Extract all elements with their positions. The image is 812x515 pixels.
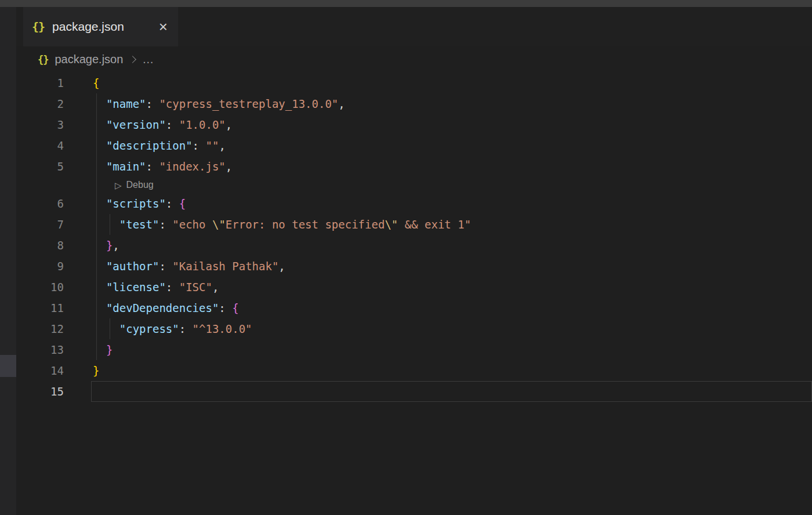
code-text: "license": "ISC", [93, 277, 812, 298]
code-text: "test": "echo \"Error: no test specified… [93, 214, 812, 235]
code-line[interactable]: 3 "version": "1.0.0", [16, 114, 812, 135]
line-number[interactable]: 3 [16, 114, 64, 135]
line-number[interactable]: 13 [16, 339, 64, 360]
line-number[interactable]: 14 [16, 360, 64, 381]
code-text: } [93, 339, 812, 360]
json-braces-icon: {} [32, 20, 45, 34]
code-line[interactable]: 14} [16, 360, 812, 381]
code-text: } [93, 360, 812, 381]
line-number[interactable]: 8 [16, 235, 64, 256]
code-line[interactable]: 2 "name": "cypress_testreplay_13.0.0", [16, 93, 812, 114]
line-number[interactable]: 6 [16, 193, 64, 214]
code-text: { [93, 72, 812, 93]
codelens-label: Debug [126, 180, 154, 190]
json-braces-icon: {} [38, 54, 48, 66]
code-text: "devDependencies": { [93, 298, 812, 318]
sidebar-edge[interactable] [0, 7, 16, 515]
line-number[interactable]: 12 [16, 318, 64, 339]
code-line[interactable]: 1{ [16, 72, 812, 93]
breadcrumb-file[interactable]: package.json [55, 53, 123, 66]
code-text: }, [93, 235, 812, 256]
line-number[interactable]: 7 [16, 214, 64, 235]
line-number[interactable]: 2 [16, 93, 64, 114]
code-lines: 1{2 "name": "cypress_testreplay_13.0.0",… [16, 72, 812, 402]
code-line[interactable]: 15 [16, 381, 812, 402]
tab-bar: {} package.json × [16, 7, 812, 46]
code-line[interactable]: 12 "cypress": "^13.0.0" [16, 318, 812, 339]
code-line[interactable]: 7 "test": "echo \"Error: no test specifi… [16, 214, 812, 235]
line-number[interactable]: 11 [16, 298, 64, 318]
tab-package-json[interactable]: {} package.json × [23, 7, 178, 46]
code-text: "main": "index.js", [93, 156, 812, 177]
code-area: 1{2 "name": "cypress_testreplay_13.0.0",… [16, 72, 812, 402]
code-text: "name": "cypress_testreplay_13.0.0", [93, 93, 812, 114]
code-text: "author": "Kailash Pathak", [93, 256, 812, 277]
code-line[interactable]: 11 "devDependencies": { [16, 298, 812, 318]
tab-label: package.json [52, 20, 124, 34]
sidebar-scroll-indicator [0, 355, 16, 377]
code-text: "version": "1.0.0", [93, 114, 812, 135]
code-line[interactable]: 4 "description": "", [16, 135, 812, 156]
line-number[interactable]: 5 [16, 156, 64, 177]
breadcrumb: {} package.json … [16, 46, 812, 72]
editor-group: {} package.json × {} package.json … 1{2 … [16, 7, 812, 515]
code-text: "cypress": "^13.0.0" [93, 318, 812, 339]
tab-close-icon[interactable]: × [159, 19, 168, 34]
play-icon: ▷ [115, 181, 122, 190]
code-text: "scripts": { [93, 193, 812, 214]
code-line[interactable]: 9 "author": "Kailash Pathak", [16, 256, 812, 277]
code-line[interactable]: 6 "scripts": { [16, 193, 812, 214]
line-number[interactable]: 1 [16, 72, 64, 93]
code-text: "description": "", [93, 135, 812, 156]
codelens-row: ▷Debug [16, 177, 812, 193]
debug-codelens[interactable]: ▷Debug [115, 180, 154, 190]
code-line[interactable]: 8 }, [16, 235, 812, 256]
chevron-right-icon [129, 56, 136, 63]
code-line[interactable]: 5 "main": "index.js", [16, 156, 812, 177]
code-text [91, 381, 812, 402]
line-number[interactable]: 15 [16, 381, 64, 402]
code-line[interactable]: 10 "license": "ISC", [16, 277, 812, 298]
code-line[interactable]: 13 } [16, 339, 812, 360]
line-number[interactable]: 10 [16, 277, 64, 298]
line-number[interactable]: 4 [16, 135, 64, 156]
vscode-window: {} package.json × {} package.json … 1{2 … [0, 0, 812, 515]
titlebar [0, 0, 812, 7]
breadcrumb-symbol-ellipsis[interactable]: … [142, 53, 154, 66]
line-number[interactable]: 9 [16, 256, 64, 277]
